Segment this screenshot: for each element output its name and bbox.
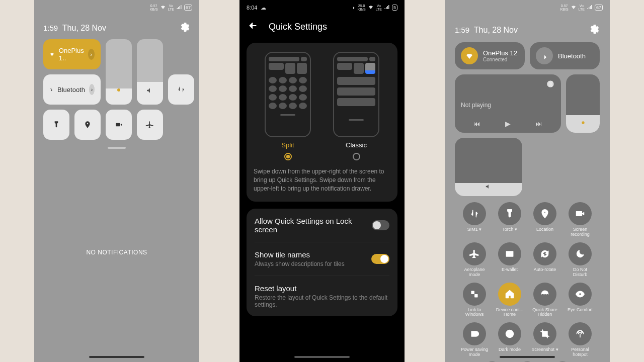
bluetooth-card[interactable]: Bluetooth	[530, 42, 600, 69]
not-playing-text: Not playing	[461, 102, 555, 109]
volume-slider[interactable]	[455, 138, 522, 196]
qs-tile-wallet[interactable]: E-wallet	[496, 242, 524, 278]
wallet-icon	[498, 242, 521, 265]
share-icon	[533, 283, 556, 306]
svg-point-1	[117, 88, 120, 92]
layout-style-card: Split Classic Swipe down from the upper-…	[247, 43, 397, 202]
drag-handle[interactable]	[108, 147, 126, 149]
qs-tile-share[interactable]: Quick ShareHidden	[531, 283, 559, 318]
qs-tile-link[interactable]: Link toWindows	[460, 283, 489, 318]
plane-icon	[463, 242, 486, 265]
qs-tile-label: Personalhotspot	[571, 347, 589, 357]
mobile-data-tile[interactable]	[168, 74, 194, 105]
wifi-tile[interactable]: OnePlus 1.. ›	[43, 39, 101, 69]
qs-tile-torch[interactable]: Torch ▾	[496, 202, 524, 237]
classic-radio[interactable]	[353, 153, 360, 160]
show-names-toggle[interactable]	[371, 254, 389, 264]
signal-icon	[587, 4, 593, 11]
split-mode-label: Split	[265, 141, 311, 149]
chevron-right-icon[interactable]: ›	[89, 84, 95, 95]
qs-tile-pwr[interactable]: Power savingmode	[460, 322, 489, 357]
qs-tile-label: Do NotDisturb	[573, 267, 588, 278]
swap-icon	[463, 202, 486, 225]
home-icon	[498, 283, 521, 306]
split-radio[interactable]	[284, 153, 292, 160]
navbar-pill[interactable]	[89, 356, 144, 358]
qs-tile-air[interactable]: Aeroplanemode	[460, 242, 489, 278]
qs-tile-loc[interactable]: Location	[531, 202, 559, 237]
leaf-icon	[463, 322, 486, 345]
bluetooth-icon	[536, 47, 553, 64]
rotate-icon	[533, 242, 556, 265]
qs-tile-dev[interactable]: Device cont...Home	[496, 283, 524, 318]
qs-tile-dnd[interactable]: Do NotDisturb	[566, 242, 594, 278]
time-date: 1:59 Thu, 28 Nov	[455, 26, 518, 35]
qs-tile-shot[interactable]: Screenshot ▾	[531, 322, 559, 357]
volume-icon	[146, 86, 154, 101]
qs-tile-eye[interactable]: Eye Comfort	[566, 283, 594, 318]
chevron-right-icon[interactable]: ›	[88, 49, 95, 60]
settings-gear-icon[interactable]	[590, 24, 600, 36]
signal-icon	[569, 322, 592, 345]
bluetooth-tile[interactable]: Bluetooth ›	[43, 74, 101, 105]
qs-tile-label: E-wallet	[502, 267, 518, 273]
qs-tile-dark[interactable]: Dark mode	[496, 322, 524, 357]
split-mode-option[interactable]: Split	[265, 52, 311, 160]
bluetooth-tile-label: Bluetooth	[57, 86, 85, 94]
bluetooth-status-icon	[351, 5, 356, 11]
navbar-pill[interactable]	[500, 356, 555, 358]
status-bar: 8:04 ☁ 25.0KB/S VoLTE 5	[239, 0, 405, 11]
qs-tile-label: Aeroplanemode	[464, 267, 485, 278]
prev-track-icon[interactable]: ⏮	[473, 120, 480, 128]
qs-tile-label: Eye Comfort	[568, 308, 593, 313]
qs-tile-sim[interactable]: SIM1 ▾	[460, 202, 489, 237]
wifi-card[interactable]: OnePlus 12 Connected	[455, 42, 525, 69]
navbar-pill[interactable]	[294, 356, 350, 358]
reset-row[interactable]: Reset layout Restore the layout of Quick…	[255, 276, 389, 316]
cast-icon[interactable]	[546, 81, 555, 90]
lockscreen-toggle[interactable]	[372, 220, 389, 230]
qs-tile-label: Quick ShareHidden	[532, 308, 557, 318]
qs-tile-label: Device cont...Home	[496, 308, 524, 318]
location-tile[interactable]	[74, 110, 101, 140]
back-arrow-icon[interactable]	[248, 20, 259, 34]
classic-mode-option[interactable]: Classic	[333, 52, 379, 160]
qs-tile-label: Screenrecording	[571, 227, 590, 237]
time-date: 1:59 Thu, 28 Nov	[43, 24, 106, 33]
pin-icon	[533, 202, 556, 225]
brightness-icon	[114, 85, 123, 101]
qs-tile-rec[interactable]: Screenrecording	[566, 202, 594, 237]
lockscreen-row[interactable]: Allow Quick Settings on Lock screen	[255, 209, 389, 242]
settings-gear-icon[interactable]	[180, 22, 190, 34]
volume-slider[interactable]	[137, 39, 163, 105]
play-icon[interactable]: ▶	[505, 120, 511, 128]
expanded-qs-phone: 0.57KB/S VoLTE 67 1:59 Thu, 28 Nov OnePl…	[445, 0, 610, 362]
airplane-tile[interactable]	[137, 110, 163, 140]
signal-icon	[384, 4, 390, 11]
qs-tile-label: Location	[536, 227, 553, 232]
media-card[interactable]: Not playing ⏮ ▶ ⏭	[455, 74, 561, 133]
screen-record-tile[interactable]	[106, 110, 132, 140]
no-notifications-text: NO NOTIFICATIONS	[34, 249, 199, 256]
qs-tile-label: Dark mode	[499, 347, 521, 352]
svg-rect-2	[116, 123, 120, 127]
next-track-icon[interactable]: ⏭	[535, 120, 542, 128]
brightness-slider[interactable]	[106, 39, 132, 105]
wifi-icon	[461, 47, 478, 64]
torch-icon	[498, 202, 521, 225]
qs-tile-rot[interactable]: Auto-rotate	[531, 242, 559, 278]
show-names-row[interactable]: Show tile names Always show descriptions…	[255, 242, 389, 276]
qs-tile-label: Link toWindows	[465, 308, 484, 318]
qs-tile-label: Torch ▾	[502, 227, 517, 232]
svg-point-6	[550, 83, 551, 84]
brightness-slider[interactable]	[566, 74, 600, 133]
qs-tile-hot[interactable]: Personalhotspot	[566, 322, 594, 357]
volume-icon	[485, 183, 492, 192]
torch-tile[interactable]	[43, 110, 69, 140]
cloud-icon: ☁	[261, 5, 266, 11]
page-title: Quick Settings	[269, 22, 327, 32]
signal-icon	[176, 4, 182, 11]
half-icon	[498, 322, 521, 345]
layout-description: Swipe down from the upper-right of the s…	[254, 167, 390, 193]
brightness-icon	[579, 119, 587, 129]
